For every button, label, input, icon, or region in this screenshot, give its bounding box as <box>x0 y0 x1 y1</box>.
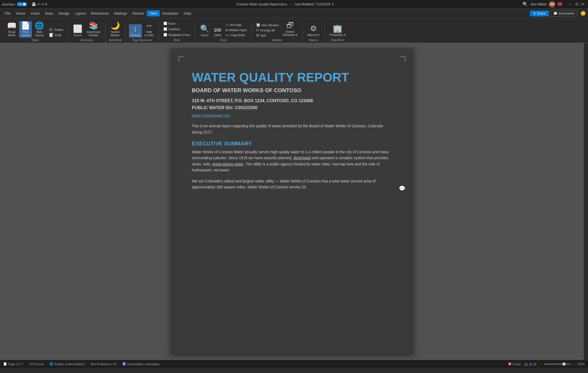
restore-button[interactable]: ⧠ <box>574 2 579 7</box>
comment-bubble[interactable]: 💬 <box>399 184 406 193</box>
doc-title: WATER QUALITY REPORT <box>192 70 392 85</box>
comments-button[interactable]: 💬 Comments <box>550 10 577 17</box>
menu-insert[interactable]: Insert <box>28 10 42 16</box>
arrange-all-button[interactable]: ⊟ Arrange All <box>255 28 280 32</box>
ruler-checkbox-label[interactable]: Ruler <box>162 21 177 26</box>
scrollbar-right[interactable] <box>584 43 588 360</box>
menu-design[interactable]: Design <box>56 10 72 16</box>
focus-label: Focus <box>513 362 521 366</box>
side-to-side-button[interactable]: ↔ Sideto Side <box>143 21 155 38</box>
save-icon[interactable]: 💾 <box>32 2 36 6</box>
gridlines-checkbox[interactable] <box>164 27 167 31</box>
ribbon-group-darkmode: 🌙 SwitchModes Dark Mode <box>106 21 126 43</box>
read-mode-button[interactable]: 📖 ReadMode <box>5 21 18 38</box>
outline-button[interactable]: ☰ Outline <box>48 27 65 32</box>
focus-button[interactable]: 🎯 Focus <box>508 362 521 366</box>
focus-button[interactable]: ⬜ Focus <box>71 24 84 38</box>
accessibility-item[interactable]: ♿ Accessibility: Investigate <box>122 362 159 366</box>
zoom-out-icon[interactable]: － <box>540 362 543 366</box>
view-mode-single[interactable]: ▤ <box>524 362 528 366</box>
view-mode-buttons: ▤ ▦ ⊞ <box>524 362 537 366</box>
doc-website-link[interactable]: www.contosowater.org <box>192 113 392 118</box>
document-page: WATER QUALITY REPORT BOARD OF WATER WORK… <box>170 48 414 354</box>
autosave-toggle[interactable]: On <box>17 2 27 6</box>
zoom-items: 🔍 Zoom 100 100% ▭ One Page ⊞ Multiple Pa… <box>198 21 248 38</box>
switch-windows-icon: 🗗 <box>286 22 294 29</box>
autosave-state: On <box>18 3 22 6</box>
draft-icon: 📝 <box>49 33 54 37</box>
executive-summary-p2: We are Colorado's oldest and largest wat… <box>192 178 392 190</box>
vertical-button[interactable]: ↕ Vertical <box>129 24 142 38</box>
feedback-icon[interactable]: 🙂 <box>580 11 586 16</box>
draft-button[interactable]: 📝 Draft <box>48 32 65 38</box>
last-modified-dropdown-icon[interactable]: ▾ <box>332 2 333 6</box>
menu-view[interactable]: View <box>147 10 160 16</box>
menu-layout[interactable]: Layout <box>72 10 88 16</box>
navpane-checkbox-label[interactable]: Navigation Pane <box>162 32 192 37</box>
address-line1: 319 W. 4TH STREET, P.O. BOX 1234, CONTOS… <box>192 97 392 104</box>
menu-file[interactable]: File <box>2 10 13 16</box>
minimize-button[interactable]: ─ <box>567 2 573 7</box>
text-predictions-item: Text Predictions: On <box>90 362 117 366</box>
page-width-button[interactable]: ⟺ Page Width <box>224 33 248 38</box>
menu-home[interactable]: Home <box>13 10 28 16</box>
split-button[interactable]: ⊠ Split <box>255 33 280 38</box>
doc-intro: This is an annual report regarding the q… <box>192 123 392 135</box>
zoom-in-icon[interactable]: ＋ <box>572 362 575 366</box>
redo-icon[interactable]: ↪ <box>41 2 44 6</box>
web-layout-button[interactable]: 🌐 WebLayout <box>33 21 46 38</box>
zoom-slider[interactable] <box>544 364 571 365</box>
zoom-100-button[interactable]: 100 100% <box>212 27 223 38</box>
autosave-label: AutoSave <box>2 3 15 6</box>
switch-modes-button[interactable]: 🌙 SwitchModes <box>109 21 122 38</box>
menu-right: ⬆ Share 💬 Comments 🙂 <box>530 10 586 17</box>
darkmode-label: Dark Mode <box>109 39 122 42</box>
switch-modes-icon: 🌙 <box>111 22 120 29</box>
immersive-reader-button[interactable]: 📚 ImmersiveReader <box>85 21 102 38</box>
macros-button[interactable]: ⚙ Macros ▾ <box>306 24 321 38</box>
more-tools-icon[interactable]: ▾ <box>45 2 47 6</box>
properties-button[interactable]: 🏢 Properties ▾ <box>328 24 347 38</box>
menu-developer[interactable]: Developer <box>160 10 181 16</box>
print-layout-button[interactable]: 📄 PrintLayout <box>19 21 32 38</box>
menu-mailings[interactable]: Mailings <box>112 10 130 16</box>
window-items: 🪟 New Window ⊟ Arrange All ⊠ Split 🗗 Swi… <box>255 21 299 38</box>
text-predictions: Text Predictions: On <box>90 362 117 366</box>
menu-references[interactable]: References <box>88 10 111 16</box>
language: English (United States) <box>54 362 85 366</box>
title-center: Contoso Water Quality Report.docx – Last… <box>47 2 523 6</box>
multiple-pages-button[interactable]: ⊞ Multiple Pages <box>224 28 248 32</box>
view-mode-print[interactable]: ▦ <box>529 362 532 366</box>
immersive-label: Immersive <box>71 39 102 42</box>
ruler-checkbox[interactable] <box>164 22 167 25</box>
window-label: Window <box>255 39 299 42</box>
doc-area: WATER QUALITY REPORT BOARD OF WATER WORK… <box>0 43 588 360</box>
document-filename: Contoso Water Quality Report.docx <box>236 2 287 6</box>
user-avatar: AW <box>549 1 555 8</box>
new-window-button[interactable]: 🪟 New Window <box>255 23 280 27</box>
menu-help[interactable]: Help <box>181 10 194 16</box>
views-label: Views <box>5 39 65 42</box>
executive-summary-title: EXECUTIVE SUMMARY <box>192 141 392 147</box>
zoom-100-icon: 100 <box>214 28 221 33</box>
undo-icon[interactable]: ↩ <box>37 2 40 6</box>
vertical-icon: ↕ <box>134 25 137 33</box>
sharepoint-label: SharePoint <box>328 39 347 42</box>
doc-scroll[interactable]: WATER QUALITY REPORT BOARD OF WATER WORK… <box>0 43 584 360</box>
zoom-label: Zoom <box>198 39 248 42</box>
search-icon[interactable]: 🔍 <box>523 2 528 7</box>
zoom-button[interactable]: 🔍 Zoom <box>198 24 211 38</box>
share-button[interactable]: ⬆ Share <box>530 11 549 16</box>
ribbon-collapse-button[interactable]: ∧ <box>580 2 583 6</box>
view-mode-web[interactable]: ⊞ <box>533 362 537 366</box>
navpane-checkbox[interactable] <box>164 33 167 36</box>
menu-review[interactable]: Review <box>130 10 147 16</box>
ribbon-icon[interactable]: 🎀 <box>557 2 562 6</box>
page-width-icon: ⟺ <box>225 34 230 37</box>
one-page-button[interactable]: ▭ One Page <box>224 23 248 27</box>
switch-windows-button[interactable]: 🗗 SwitchWindows ▾ <box>281 21 299 38</box>
menu-draw[interactable]: Draw <box>42 10 56 16</box>
title-bar: AutoSave On 💾 ↩ ↪ ▾ Contoso Water Qualit… <box>0 0 588 9</box>
window-sub-items: 🪟 New Window ⊟ Arrange All ⊠ Split <box>255 23 280 38</box>
gridlines-checkbox-label[interactable]: Gridlines <box>162 27 181 31</box>
